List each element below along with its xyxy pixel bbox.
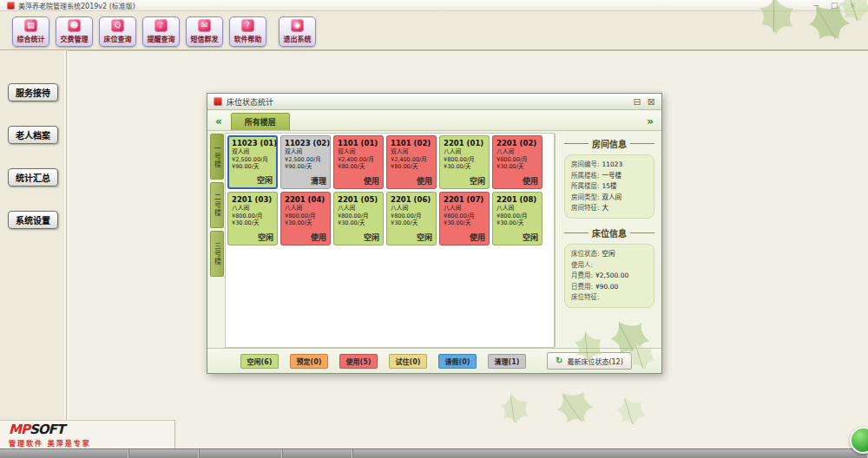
status-legend-chip: 使用(5) — [339, 354, 378, 369]
toolbar-button-label: 软件帮助 — [234, 34, 262, 43]
bed-card-room-type: 八人间 — [285, 205, 327, 213]
building-tab-label: 二号楼 — [213, 193, 222, 217]
sidebar-button[interactable]: 服务接待 — [8, 83, 58, 101]
room-info-header: 房间信息 — [564, 137, 654, 150]
bed-card-status: 空闲 — [257, 174, 273, 186]
toolbar-button[interactable]: Q 床位查询 — [99, 16, 136, 47]
bed-card-room: 1101 (01) — [338, 139, 380, 147]
dialog-minimize-icon[interactable]: ⊟ — [634, 97, 641, 107]
bed-card-room-type: 八人间 — [232, 205, 274, 213]
bed-card-status: 使用 — [364, 175, 379, 186]
bed-card[interactable]: 1101 (01) 双人间 ¥2,400.00/月 ¥80.00/天 使用 — [333, 135, 384, 189]
bed-card[interactable]: 2201 (01) 八人间 ¥800.00/月 ¥30.00/天 空闲 — [439, 135, 490, 189]
status-bar — [0, 448, 868, 458]
restore-icon[interactable]: □ — [831, 2, 838, 10]
main-toolbar: ▤ 综合统计 ☻ 交费管理 Q 床位查询 ♪ 提醒查询 ✉ 短信群发 — [0, 12, 868, 50]
info-label: 床位状态: — [571, 250, 600, 258]
bed-info-header: 床位信息 — [564, 226, 654, 239]
info-label: 床位特征: — [571, 293, 600, 301]
bed-card-status: 空闲 — [470, 175, 485, 186]
info-value: 双人间 — [602, 193, 622, 201]
bed-card-room: 2201 (02) — [496, 139, 539, 147]
bed-card-monthly-price: ¥800.00/月 — [496, 213, 539, 219]
dialog-floor-nav: « 所有楼层 » — [207, 110, 661, 131]
close-icon[interactable]: × — [849, 2, 856, 10]
sidebar-button[interactable]: 统计汇总 — [8, 168, 58, 186]
info-value: 一号楼 — [602, 172, 622, 180]
toolbar-button[interactable]: ☻ 交费管理 — [56, 16, 93, 47]
dialog-logo-icon — [214, 97, 222, 106]
toolbar-button[interactable]: ? 软件帮助 — [229, 16, 266, 47]
info-value: ¥2,500.00 — [595, 272, 628, 279]
bed-card-daily-price: ¥30.00/天 — [285, 219, 327, 226]
window-controls: − □ × — [812, 2, 861, 10]
help-icon: ? — [241, 19, 254, 32]
dialog-titlebar[interactable]: 床位状态统计 ⊟ ⊠ — [207, 94, 661, 110]
toolbar-button-label: 交费管理 — [61, 34, 89, 43]
info-row: 房间特征: 大 — [571, 204, 648, 212]
toolbar-button-label: 提醒查询 — [148, 34, 175, 43]
dialog-title: 床位状态统计 — [227, 96, 273, 108]
scroll-right-icon[interactable]: » — [647, 116, 654, 127]
bed-card-status: 清理 — [311, 175, 326, 186]
app-logo-icon — [7, 2, 15, 10]
toolbar-button[interactable]: ✉ 短信群发 — [186, 16, 223, 47]
bed-card-room-type: 八人间 — [444, 148, 486, 156]
bed-card[interactable]: 2201 (08) 八人间 ¥800.00/月 ¥30.00/天 空闲 — [492, 192, 542, 245]
info-value: ¥90.00 — [595, 283, 618, 291]
bed-card[interactable]: 2201 (07) 八人间 ¥800.00/月 ¥30.00/天 使用 — [439, 192, 490, 245]
building-tab[interactable]: 三号楼 — [210, 231, 224, 277]
bed-card-room: 2201 (08) — [496, 195, 539, 204]
bed-card-room: 1101 (02) — [391, 139, 433, 147]
bed-card-monthly-price: ¥800.00/月 — [444, 156, 486, 163]
bed-card-daily-price: ¥80.00/天 — [338, 163, 380, 170]
bed-card[interactable]: 2201 (05) 八人间 ¥800.00/月 ¥30.00/天 空闲 — [333, 192, 384, 245]
toolbar-button[interactable]: ◉ 退出系统 — [279, 16, 316, 47]
sidebar-button[interactable]: 老人档案 — [8, 126, 58, 144]
toolbar-button[interactable]: ▤ 综合统计 — [12, 16, 49, 47]
info-label: 所属楼层: — [571, 182, 600, 190]
bed-card[interactable]: 11023 (02) 双人间 ¥2,500.00/月 ¥90.00/天 清理 — [280, 135, 331, 189]
info-label: 房间编号: — [571, 160, 600, 168]
bed-card-room: 2201 (03) — [232, 195, 274, 204]
info-label: 房间特征: — [571, 204, 600, 212]
dialog-close-icon[interactable]: ⊠ — [648, 97, 655, 107]
logo-soft-text: SOFT — [30, 422, 64, 437]
building-tab-label: 三号楼 — [213, 242, 222, 265]
status-legend-label: 清理(1) — [495, 357, 520, 366]
bed-card-monthly-price: ¥800.00/月 — [496, 156, 539, 163]
bed-card-monthly-price: ¥2,500.00/月 — [232, 156, 274, 163]
bed-card[interactable]: 11023 (01) 双人间 ¥2,500.00/月 ¥90.00/天 空闲 — [227, 135, 278, 189]
tab-all-floors[interactable]: 所有楼层 — [231, 113, 290, 130]
sms-icon: ✉ — [198, 19, 211, 32]
app-title: 美萍养老院管理系统2019v2 (标准版) — [18, 1, 135, 10]
bed-card[interactable]: 2201 (06) 八人间 ¥800.00/月 ¥30.00/天 空闲 — [386, 192, 437, 245]
bed-card[interactable]: 2201 (02) 八人间 ¥800.00/月 ¥30.00/天 使用 — [492, 135, 542, 189]
toolbar-button[interactable]: ♪ 提醒查询 — [142, 16, 180, 47]
bed-card-daily-price: ¥30.00/天 — [496, 163, 539, 170]
bed-search-icon: Q — [111, 19, 124, 32]
vendor-logo-panel: MPSOFT 管理软件 美萍是专家 — [0, 420, 175, 449]
minimize-icon[interactable]: − — [812, 2, 819, 10]
status-legend-label: 请假(0) — [445, 357, 470, 366]
sidebar-button[interactable]: 系统设置 — [8, 211, 58, 229]
bed-card-status: 空闲 — [523, 232, 538, 243]
bed-card-room-type: 双人间 — [338, 148, 380, 156]
info-value: 15楼 — [602, 182, 617, 190]
bed-card[interactable]: 1101 (02) 双人间 ¥2,400.00/月 ¥80.00/天 使用 — [386, 135, 437, 189]
refresh-icon: ↻ — [556, 357, 562, 365]
scroll-left-icon[interactable]: « — [215, 116, 222, 127]
bed-card-monthly-price: ¥2,400.00/月 — [391, 156, 433, 163]
building-tab[interactable]: 二号楼 — [210, 182, 224, 228]
bed-card-room-type: 八人间 — [496, 205, 539, 213]
bed-card[interactable]: 2201 (03) 八人间 ¥800.00/月 ¥30.00/天 空闲 — [227, 192, 278, 245]
building-tab[interactable]: 一号楼 — [210, 134, 224, 180]
status-bar-segment — [200, 449, 283, 458]
bed-card[interactable]: 2201 (04) 八人间 ¥800.00/月 ¥30.00/天 使用 — [280, 192, 331, 245]
toolbar-button-label: 短信群发 — [191, 34, 219, 43]
bed-card-monthly-price: ¥800.00/月 — [444, 213, 486, 219]
info-label: 所属楼栋: — [571, 172, 600, 180]
bed-card-room: 2201 (04) — [285, 195, 327, 204]
bed-card-monthly-price: ¥2,400.00/月 — [338, 156, 380, 163]
refresh-bed-status-button[interactable]: ↻ 最新床位状态(12) — [547, 352, 632, 370]
